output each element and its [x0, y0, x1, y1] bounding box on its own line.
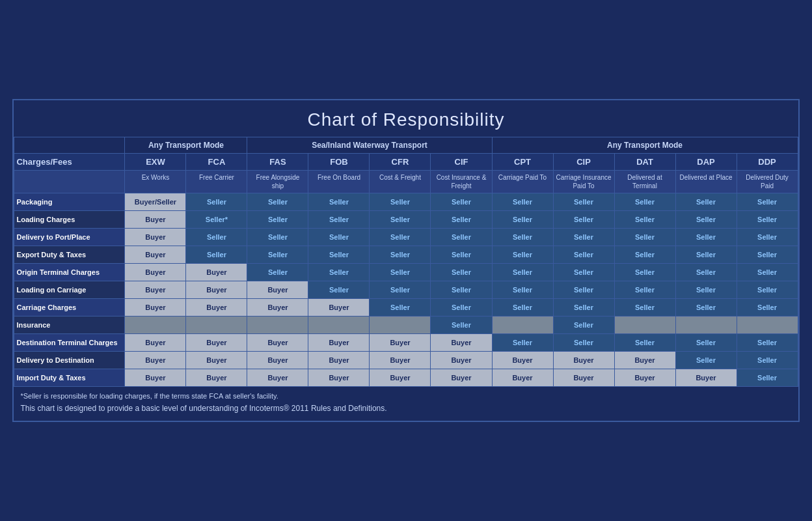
row-label: Export Duty & Taxes: [14, 246, 125, 264]
cell: Seller: [675, 299, 737, 317]
row-label: Insurance: [14, 317, 125, 334]
cell: Seller: [675, 229, 737, 246]
desc-dap: Delivered at Place: [675, 171, 737, 193]
cell: Buyer: [125, 352, 186, 369]
cell: [247, 317, 308, 334]
cell: Buyer: [492, 352, 553, 369]
cell: Seller: [370, 193, 431, 211]
cell: Seller: [553, 193, 614, 211]
cell: Buyer: [614, 352, 675, 369]
cell: Seller: [675, 352, 737, 369]
table-row: Export Duty & TaxesBuyerSellerSellerSell…: [14, 246, 798, 264]
cell: Seller: [247, 211, 308, 229]
cell: Seller: [553, 317, 614, 334]
cell: Seller: [370, 229, 431, 246]
cell: Seller: [737, 369, 798, 387]
charges-fees-header: Charges/Fees: [14, 154, 125, 171]
code-dap: DAP: [675, 154, 737, 171]
cell: Seller: [431, 193, 492, 211]
desc-dat: Delivered at Terminal: [614, 171, 675, 193]
cell: Seller: [247, 246, 308, 264]
cell: Seller: [737, 229, 798, 246]
group-any-transport-1: Any Transport Mode: [125, 137, 247, 154]
code-cfr: CFR: [370, 154, 431, 171]
desc-ddp: Delivered Duty Paid: [737, 171, 798, 193]
cell: Seller*: [186, 211, 247, 229]
cell: Buyer: [125, 299, 186, 317]
cell: Buyer: [125, 334, 186, 352]
code-fca: FCA: [186, 154, 247, 171]
cell: Buyer: [125, 369, 186, 387]
desc-cfr: Cost & Freight: [370, 171, 431, 193]
cell: Seller: [492, 334, 553, 352]
cell: Buyer: [186, 264, 247, 281]
table-row: Delivery to Port/PlaceBuyerSellerSellerS…: [14, 229, 798, 246]
cell: Seller: [247, 264, 308, 281]
cell: Seller: [553, 299, 614, 317]
cell: Seller: [614, 193, 675, 211]
desc-fas: Free Alongside ship: [247, 171, 308, 193]
cell: Seller: [308, 246, 370, 264]
cell: Seller: [492, 211, 553, 229]
cell: Seller: [492, 281, 553, 299]
desc-cip: Carriage Insurance Paid To: [553, 171, 614, 193]
row-label: Packaging: [14, 193, 125, 211]
cell: Buyer: [186, 352, 247, 369]
cell: Seller: [370, 281, 431, 299]
cell: Seller: [370, 299, 431, 317]
cell: Seller: [675, 211, 737, 229]
cell: Buyer: [308, 352, 370, 369]
cell: Seller: [370, 211, 431, 229]
cell: Buyer: [186, 299, 247, 317]
cell: Seller: [492, 229, 553, 246]
table-row: InsuranceSellerSeller: [14, 317, 798, 334]
cell: Buyer: [125, 246, 186, 264]
cell: [125, 317, 186, 334]
cell: Buyer: [553, 352, 614, 369]
cell: Seller: [492, 246, 553, 264]
cell: Seller: [737, 193, 798, 211]
row-label: Origin Terminal Charges: [14, 264, 125, 281]
cell: Seller: [247, 229, 308, 246]
cell: Buyer: [431, 334, 492, 352]
cell: [614, 317, 675, 334]
corner-cell: [14, 137, 125, 154]
row-label: Destination Terminal Charges: [14, 334, 125, 352]
cell: Seller: [247, 193, 308, 211]
row-label: Carriage Charges: [14, 299, 125, 317]
cell: Buyer: [370, 352, 431, 369]
cell: Seller: [675, 334, 737, 352]
cell: Buyer: [308, 299, 370, 317]
group-sea-transport: Sea/Inland Waterway Transport: [247, 137, 492, 154]
cell: Seller: [186, 229, 247, 246]
cell: Seller: [431, 211, 492, 229]
cell: Seller: [308, 264, 370, 281]
cell: Seller: [614, 246, 675, 264]
cell: [370, 317, 431, 334]
cell: Seller: [737, 246, 798, 264]
row-label: Import Duty & Taxes: [14, 369, 125, 387]
cell: [186, 317, 247, 334]
row-label: Delivery to Destination: [14, 352, 125, 369]
code-row: Charges/Fees EXW FCA FAS FOB CFR CIF CPT…: [14, 154, 798, 171]
cell: Buyer: [247, 369, 308, 387]
table-row: Origin Terminal ChargesBuyerBuyerSellerS…: [14, 264, 798, 281]
cell: Seller: [614, 299, 675, 317]
cell: Buyer: [492, 369, 553, 387]
table-row: Loading ChargesBuyerSeller*SellerSellerS…: [14, 211, 798, 229]
cell: Seller: [186, 246, 247, 264]
cell: Buyer: [308, 334, 370, 352]
cell: Buyer: [614, 369, 675, 387]
cell: [675, 317, 737, 334]
cell: Seller: [308, 229, 370, 246]
cell: Seller: [431, 246, 492, 264]
cell: Buyer/Seller: [125, 193, 186, 211]
row-label: Loading on Carriage: [14, 281, 125, 299]
cell: [737, 317, 798, 334]
code-ddp: DDP: [737, 154, 798, 171]
cell: Seller: [431, 281, 492, 299]
cell: Seller: [675, 246, 737, 264]
cell: Seller: [492, 193, 553, 211]
cell: Buyer: [247, 299, 308, 317]
cell: Buyer: [186, 369, 247, 387]
